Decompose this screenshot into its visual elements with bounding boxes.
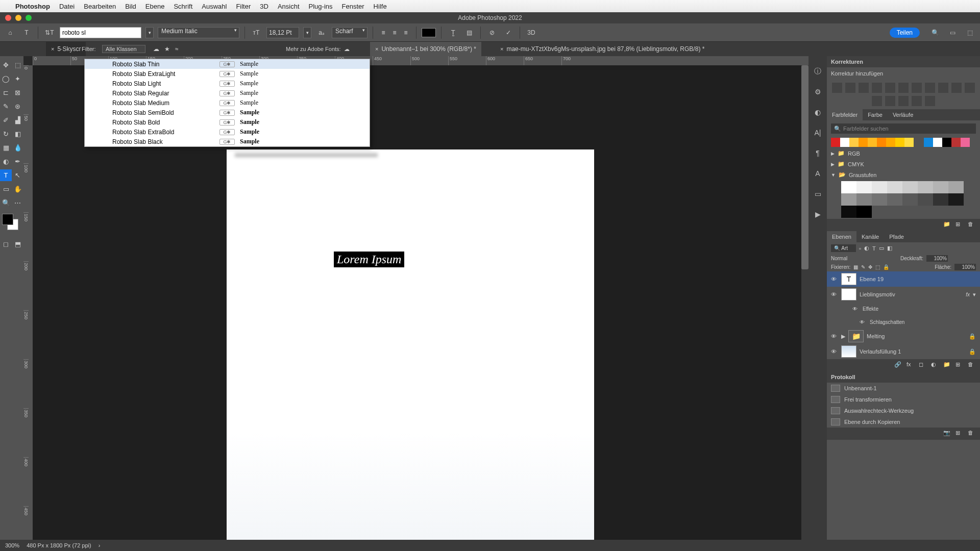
new-layer-icon[interactable]: ⊞ (955, 361, 964, 369)
visibility-icon[interactable]: 👁 (831, 276, 838, 282)
visibility-icon[interactable]: 👁 (831, 333, 838, 339)
lock-pixel-icon[interactable]: ✎ (861, 264, 865, 270)
swatch[interactable] (902, 181, 918, 193)
swatch[interactable] (918, 193, 933, 206)
layer-name[interactable]: Ebene 19 (860, 276, 976, 282)
selcolor-icon[interactable] (925, 96, 935, 106)
swatch[interactable] (961, 138, 970, 147)
chevron-right-icon[interactable]: › (99, 542, 101, 548)
close-icon[interactable]: × (375, 46, 378, 52)
zoom-value[interactable]: 300% (5, 542, 19, 548)
invert-icon[interactable] (872, 96, 882, 106)
tab-farbe[interactable]: Farbe (863, 109, 888, 120)
gradmap-icon[interactable] (912, 96, 922, 106)
rectangle-tool-icon[interactable]: ▭ (0, 183, 12, 195)
swatch[interactable] (841, 193, 856, 206)
layer-row[interactable]: 👁▶📁Melting🔒 (827, 329, 980, 344)
swatch[interactable] (877, 138, 886, 147)
history-item[interactable]: Auswahlrechteck-Werkzeug (827, 405, 980, 416)
vertical-scrollbar[interactable] (801, 65, 808, 540)
layer-row[interactable]: 👁Lieblingsmotivfx▾ (827, 287, 980, 302)
swatch[interactable] (872, 193, 887, 206)
font-size-dropdown-icon[interactable]: ▾ (303, 27, 311, 38)
layer-row[interactable]: 👁TEbene 19 (827, 271, 980, 287)
menu-ansicht[interactable]: Ansicht (278, 3, 300, 10)
menu-ebene[interactable]: Ebene (145, 3, 165, 10)
close-icon[interactable]: × (500, 46, 503, 52)
swatch[interactable] (904, 138, 914, 147)
tab-farbfelder[interactable]: Farbfelder (827, 109, 863, 120)
font-item[interactable]: Roboto Slab BoldG✱Sample (85, 117, 370, 127)
favorite-icon[interactable]: ★ (164, 45, 170, 53)
filter-adj-icon[interactable]: ◐ (864, 245, 869, 252)
history-brush-icon[interactable]: ↻ (0, 128, 12, 140)
lock-icon[interactable]: 🔒 (969, 348, 976, 355)
levels-icon[interactable] (845, 83, 855, 93)
swatch[interactable] (933, 181, 948, 193)
character-panel-icon[interactable]: A| (813, 128, 823, 138)
lasso-tool-icon[interactable]: ◯ (0, 73, 12, 85)
fx-icon[interactable]: fx (906, 361, 915, 369)
eyedropper-tool-icon[interactable]: ✎ (0, 101, 12, 112)
opacity-input[interactable] (926, 255, 948, 262)
doc-dimensions[interactable]: 480 Px x 1800 Px (72 ppi) (27, 542, 91, 548)
link-icon[interactable]: 🔗 (894, 361, 902, 369)
swatch[interactable] (868, 138, 877, 147)
pen-tool-icon[interactable]: ✒ (12, 156, 23, 167)
new-doc-icon[interactable]: ⊞ (955, 430, 964, 438)
font-item[interactable]: Roboto Slab MediumG✱Sample (85, 98, 370, 108)
share-button[interactable]: Teilen (890, 28, 920, 38)
more-tools-icon[interactable]: ⋯ (12, 197, 23, 209)
text-layer-selected[interactable]: Lorem Ipsum (334, 252, 404, 267)
brightness-icon[interactable] (832, 83, 842, 93)
chevron-right-icon[interactable]: ▶ (841, 333, 845, 340)
swatch[interactable] (841, 181, 856, 193)
crop-tool-icon[interactable]: ⊏ (0, 87, 12, 98)
swatch[interactable] (902, 193, 918, 206)
home-icon[interactable]: ⌂ (4, 27, 16, 39)
chevron-down-icon[interactable]: ▾ (973, 291, 976, 298)
workspace-icon[interactable]: ▭ (946, 27, 959, 39)
align-center-icon[interactable]: ≡ (389, 28, 400, 38)
close-icon[interactable]: × (51, 46, 54, 52)
scrollbar-thumb[interactable] (801, 65, 808, 269)
adjust-icon[interactable]: ◐ (931, 361, 939, 369)
font-dropdown[interactable]: Roboto Slab ThinG✱SampleRoboto Slab Extr… (84, 59, 370, 147)
zoom-window-icon[interactable] (26, 15, 32, 21)
info-panel-icon[interactable]: ⓘ (813, 66, 823, 77)
move-tool-icon[interactable]: ✥ (0, 59, 12, 71)
fill-input[interactable] (954, 264, 976, 270)
menu-hilfe[interactable]: Hilfe (374, 3, 387, 10)
font-family-dropdown-icon[interactable]: ▾ (145, 27, 154, 38)
font-item[interactable]: Roboto Slab RegularG✱Sample (85, 88, 370, 98)
menu-filter[interactable]: Filter (236, 3, 251, 10)
swatch[interactable] (831, 138, 840, 147)
play-icon[interactable]: ▶ (813, 209, 823, 219)
search-icon[interactable]: 🔍 (929, 27, 941, 39)
paragraph-panel-icon[interactable]: ¶ (813, 148, 823, 158)
filter-select[interactable]: Alle Klassen (102, 45, 145, 53)
swatch[interactable] (933, 193, 948, 206)
hue-icon[interactable] (898, 83, 909, 93)
healing-tool-icon[interactable]: ⊛ (12, 101, 23, 112)
swatch[interactable] (948, 181, 964, 193)
photo-filter-icon[interactable] (938, 83, 948, 93)
font-size-input[interactable] (266, 27, 299, 38)
snapshot-icon[interactable]: 📷 (943, 430, 951, 438)
fx-label[interactable]: fx (966, 292, 970, 297)
lock-pos-icon[interactable]: ✥ (868, 264, 872, 270)
font-item[interactable]: Roboto Slab SemiBoldG✱Sample (85, 108, 370, 117)
text-orientation-icon[interactable]: ⇅T (43, 27, 56, 39)
swatch[interactable] (886, 138, 895, 147)
mask-icon[interactable]: ◻ (919, 361, 927, 369)
swatch[interactable] (914, 138, 924, 147)
adjustments-panel-icon[interactable]: ◐ (813, 107, 823, 117)
trash-icon[interactable]: 🗑 (968, 361, 976, 369)
tab-kanale[interactable]: Kanäle (856, 231, 884, 242)
tab-pfade[interactable]: Pfade (884, 231, 909, 242)
bw-icon[interactable] (925, 83, 935, 93)
colbal-icon[interactable] (912, 83, 922, 93)
font-family-input[interactable] (60, 27, 141, 38)
menu-bearbeiten[interactable]: Bearbeiten (84, 3, 116, 10)
swatch[interactable] (942, 138, 951, 147)
